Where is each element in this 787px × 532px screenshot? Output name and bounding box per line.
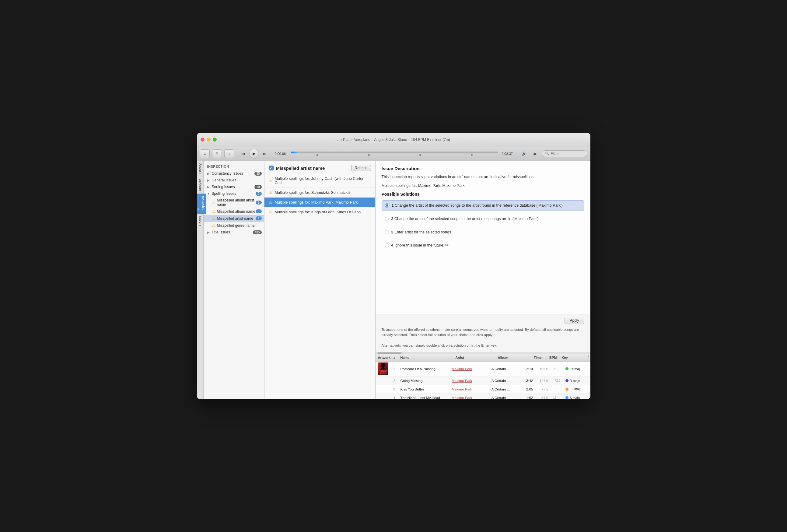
- issue-item-3[interactable]: ⚠ Multiple spellings for: Kings of Leon,…: [264, 207, 375, 217]
- radio-solution-4[interactable]: [385, 243, 389, 248]
- solution-text-3: 3 Enter artist for the selected songs: [391, 230, 451, 235]
- sidebar-item-spelling[interactable]: ▼ Spelling Issues 9: [204, 190, 264, 197]
- sidebar-item-general[interactable]: ▶ General Issues: [204, 177, 264, 184]
- filter-input[interactable]: [551, 152, 584, 156]
- cell-artist-2[interactable]: Maximo Park: [449, 378, 489, 383]
- time-remaining: -0:03.37: [501, 152, 514, 155]
- rewind-button[interactable]: ⏮: [239, 150, 248, 157]
- sidebar-toggle-button[interactable]: ≡: [200, 149, 210, 158]
- refresh-button[interactable]: Refresh: [351, 165, 371, 171]
- tab-library[interactable]: Library: [197, 161, 203, 176]
- table-row[interactable]: MAXIMO PARKA CERTAINTRIGGER 1 Postcard O…: [376, 362, 590, 377]
- inspection-badge: 459: [197, 208, 201, 211]
- volume-button[interactable]: 🔊: [520, 150, 528, 157]
- sidebar-item-title[interactable]: ▶ Title Issues 405: [204, 229, 264, 236]
- issue-item-1[interactable]: ⚠ Multiple spellings for: Schmutzki, Sch…: [264, 188, 375, 197]
- artwork-view-button[interactable]: ⊞: [212, 149, 222, 158]
- eject-button[interactable]: ⏏: [531, 150, 539, 157]
- radio-solution-1[interactable]: [385, 203, 389, 208]
- sidebar-subitem-album-artist[interactable]: ⚠ Misspelled album artist name 2: [204, 197, 264, 208]
- apply-hint: To accept one of the offered solutions, …: [382, 327, 584, 348]
- tab-inspection[interactable]: 459 Inspection: [197, 194, 206, 214]
- key-dot-3: [566, 388, 569, 391]
- maximize-button[interactable]: [213, 137, 217, 142]
- key-text-4: A majo: [570, 396, 580, 399]
- cell-bpm2-2: 72.5: [551, 378, 563, 383]
- table-body: MAXIMO PARKA CERTAINTRIGGER 1 Postcard O…: [376, 362, 590, 399]
- cell-time-3: 2:05: [522, 386, 536, 392]
- cell-artist-4[interactable]: Maximo Park: [449, 395, 489, 399]
- solution-option-1[interactable]: 1 Change the artist of the selected song…: [382, 200, 584, 211]
- chevron-right-icon-2: ▶: [207, 179, 211, 182]
- sidebar-header: INSPECTION: [204, 164, 264, 170]
- cell-key-2: D majo: [563, 378, 590, 383]
- sidebar-item-sorting[interactable]: ▶ Sorting Issues 10: [204, 184, 264, 190]
- cell-num-2: 2: [391, 378, 398, 383]
- ignore-icon: ✉: [445, 243, 449, 248]
- sidebar-subitem-album-name[interactable]: ⚠ Misspelled album name 3: [204, 208, 264, 215]
- sidebar-badge-artist-name: 4: [256, 216, 262, 220]
- table-row[interactable]: 3 Kiss You Better Maximo Park A Certain …: [376, 385, 590, 393]
- sidebar-subitem-genre-name[interactable]: ⚠ Misspelled genre name: [204, 222, 264, 229]
- minimize-button[interactable]: [207, 137, 211, 142]
- right-panel: Issue Description This inspection report…: [376, 161, 590, 399]
- radio-solution-3[interactable]: [385, 230, 389, 234]
- sidebar-badge-spelling: 9: [256, 192, 262, 196]
- sidebar-subitem-artist-name[interactable]: ⚠ Misspelled artist name 4: [204, 215, 264, 222]
- progress-bar-container[interactable]: [291, 151, 498, 156]
- cell-name-3: Kiss You Better: [398, 386, 449, 392]
- sidebar-label-sorting: Sorting Issues: [212, 185, 255, 189]
- sidebar-badge-consistency: 35: [254, 172, 261, 176]
- issue-description-title: Issue Description: [382, 166, 584, 171]
- play-button[interactable]: ▶: [249, 149, 259, 158]
- sidebar-badge-sorting: 10: [254, 185, 261, 189]
- radio-solution-2[interactable]: [385, 217, 389, 221]
- sidebar-label-album-name: Misspelled album name: [217, 209, 256, 214]
- sidebar-item-consistency[interactable]: ▶ Consistency Issues 35: [204, 170, 264, 177]
- solution-option-3[interactable]: 3 Enter artist for the selected songs: [382, 227, 584, 238]
- issue-text-0: Multiple spellings for: Johnny Cash (wit…: [275, 176, 371, 185]
- cell-artwork-2: [376, 380, 391, 382]
- window-title: ♪ ♪ Paper Aeroplane – Angus & Julia Ston…: [337, 137, 450, 142]
- solution-option-2[interactable]: 2 Change the artist of the selected song…: [382, 214, 584, 224]
- apply-button[interactable]: Apply: [565, 317, 584, 324]
- table-row[interactable]: 2 Going Missing Maximo Park A Certain ..…: [376, 377, 590, 385]
- sidebar-label-general: General Issues: [212, 178, 262, 182]
- tab-charts[interactable]: Charts: [197, 214, 203, 228]
- cell-bpm-4: 84.0: [536, 395, 551, 399]
- possible-solutions-title: Possible Solutions: [382, 192, 584, 197]
- issues-list: ⚠ Multiple spellings for: Johnny Cash (w…: [264, 174, 375, 399]
- solution-option-4[interactable]: 4 Ignore this issue in the future. ✉: [382, 240, 584, 251]
- middle-panel: ✓ Misspelled artist name Refresh ⚠ Multi…: [264, 161, 376, 399]
- close-button[interactable]: [200, 137, 205, 142]
- issue-item-0[interactable]: ⚠ Multiple spellings for: Johnny Cash (w…: [264, 174, 375, 188]
- cell-bpm2-1: 209.9: [551, 366, 563, 371]
- progress-track[interactable]: [291, 152, 498, 153]
- cell-time-4: 1:52: [522, 395, 536, 399]
- filter-box[interactable]: 🔍: [542, 150, 587, 157]
- songs-table: Artwork # Name Artist Album Time BPM Key…: [376, 352, 590, 399]
- table-row[interactable]: 4 The Night I Lost My Head Maximo Park A…: [376, 393, 590, 399]
- tab-analysis[interactable]: Analysis: [197, 176, 203, 194]
- cell-num-3: 3: [391, 386, 398, 392]
- sidebar-label-spelling: Spelling Issues: [212, 191, 256, 196]
- cell-artist-3[interactable]: Maximo Park: [449, 386, 489, 392]
- issue-text-1: Multiple spellings for: Schmutzki, Schmu…: [275, 191, 371, 195]
- cell-bpm-3: 77.5: [536, 386, 551, 392]
- cell-bpm-2: 144.9: [536, 378, 551, 383]
- album-art-text: MAXIMO PARKA CERTAINTRIGGER: [378, 370, 387, 375]
- col-key: Key: [559, 355, 587, 360]
- title-checkbox[interactable]: ✓: [269, 166, 274, 170]
- issue-item-2[interactable]: ⚠ Multiple spellings for: Maximo Park, M…: [264, 197, 375, 207]
- col-album: Album: [495, 355, 530, 360]
- cell-time-2: 3:42: [522, 378, 536, 383]
- apply-area: Apply To accept one of the offered solut…: [376, 314, 590, 352]
- waveform-button[interactable]: ⌇: [224, 149, 234, 158]
- scroll-thumb[interactable]: [377, 353, 402, 354]
- sidebar-label-title: Title Issues: [212, 230, 253, 234]
- search-icon: 🔍: [545, 152, 549, 155]
- fast-forward-button[interactable]: ⏭: [260, 150, 269, 157]
- cell-artist-1[interactable]: Maximo Park: [449, 366, 489, 371]
- marker-2: [368, 154, 370, 156]
- cell-album-3: A Certain ...: [489, 386, 522, 392]
